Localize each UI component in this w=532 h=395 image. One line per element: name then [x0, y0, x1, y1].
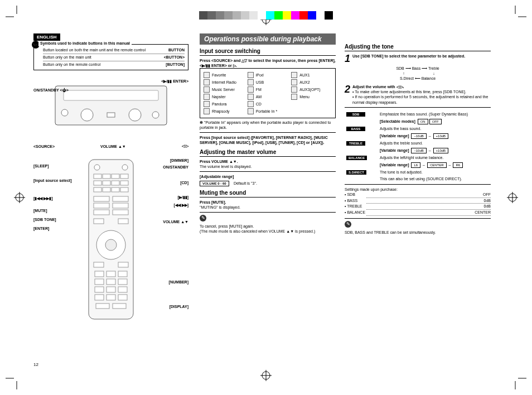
- source-cell: Menu: [291, 94, 332, 100]
- default-value: OFF: [366, 192, 491, 198]
- tone-badge: TREBLE: [346, 141, 365, 146]
- svg-rect-46: [94, 210, 109, 215]
- svg-rect-60: [95, 287, 104, 292]
- tone-desc: The tone is not adjusted.: [378, 169, 491, 176]
- muting-heading: Muting the sound: [200, 190, 336, 198]
- source-icon: [248, 86, 254, 93]
- source-label: Pandora: [212, 102, 226, 106]
- source-icon: [291, 79, 297, 85]
- color-swatch: [283, 11, 291, 20]
- remote-label-sleep: [SLEEP]: [33, 164, 49, 168]
- svg-rect-44: [94, 203, 109, 208]
- remote-figure: [SLEEP] [Input source select] [▮◀◀ ▶▶▮] …: [33, 158, 188, 326]
- source-icon: [204, 94, 210, 100]
- color-swatch: [224, 11, 233, 20]
- symbol-row-sym: BUTTON: [168, 47, 185, 53]
- source-label: CD: [256, 102, 262, 106]
- svg-rect-62: [118, 287, 127, 292]
- tone-desc: Emphasize the bass sound. (Super Dynamic…: [378, 111, 491, 118]
- source-label: AUX2: [299, 80, 309, 84]
- svg-rect-57: [95, 279, 104, 285]
- svg-point-23: [81, 109, 93, 121]
- tone-value: ON: [418, 119, 428, 124]
- tone-footer-note: SDB, BASS and TREBLE can be set simultan…: [345, 230, 491, 235]
- source-cell: Music Server: [204, 86, 244, 93]
- color-swatch: [233, 11, 241, 20]
- color-swatch: [299, 11, 308, 20]
- source-icon: [291, 94, 297, 100]
- crop-mark: [6, 6, 22, 22]
- tone-badge: S.DIRECT: [346, 170, 366, 175]
- color-swatch: [266, 11, 274, 20]
- svg-point-24: [129, 109, 141, 121]
- svg-rect-38: [94, 187, 101, 192]
- svg-rect-67: [113, 304, 126, 309]
- svg-rect-53: [118, 262, 128, 267]
- remote-label-sdb: [SDB TONE]: [33, 218, 56, 221]
- remote-label-volume: VOLUME ▲▼: [163, 220, 188, 224]
- remote-label-play: [▶/▮▮]: [177, 195, 188, 200]
- pencil-icon: ✎: [345, 221, 351, 228]
- section-banner: Operations possible during playback: [200, 33, 336, 45]
- svg-point-22: [61, 109, 68, 116]
- svg-rect-63: [95, 295, 104, 300]
- source-label: Portable In *: [256, 109, 278, 113]
- source-icon: [248, 79, 254, 85]
- svg-point-49: [105, 239, 117, 251]
- svg-rect-35: [103, 181, 110, 185]
- tone-desc: Adjusts the bass sound.: [378, 126, 491, 132]
- source-cell: Rhapsody: [204, 108, 244, 114]
- svg-rect-39: [103, 187, 110, 192]
- source-cell: USB: [248, 79, 288, 85]
- symbol-row-desc: Button only on the main unit: [43, 55, 91, 60]
- unit-label-volume: VOLUME ▲▼: [100, 144, 126, 148]
- default-value: 0dB: [366, 198, 491, 204]
- remote-icon: [86, 158, 136, 320]
- source-label: Internet Radio: [212, 80, 236, 84]
- tone-step2-note1: • To make other tone adjustments at this…: [352, 89, 491, 94]
- symbol-legend-box: ☞ Symbols used to indicate buttons in th…: [33, 44, 188, 70]
- svg-rect-45: [113, 203, 128, 208]
- source-label: Music Server: [212, 88, 235, 91]
- svg-rect-37: [120, 181, 128, 185]
- input-source-heading: Input source switching: [200, 48, 336, 56]
- tone-flow-diagram: SDB ⟶ Bass ⟶ Treble ↑ ↓S.Direct ⟵ Balanc…: [345, 66, 491, 81]
- remote-label-cd: [CD]: [180, 181, 188, 185]
- svg-rect-36: [112, 181, 119, 185]
- symbol-row-desc: Button located on both the main unit and…: [43, 47, 146, 53]
- crop-mark: [6, 373, 22, 389]
- color-swatch: [249, 11, 258, 20]
- input-source-press: Press <SOURCE> and △▽ to select the inpu…: [200, 58, 336, 68]
- defaults-list: SDBOFFBASS0dBTREBLE0dBBALANCECENTER: [345, 192, 491, 216]
- tone-step2-note2: • If no operation is performed for 5 sec…: [352, 94, 491, 104]
- color-swatch: [291, 11, 299, 20]
- svg-rect-56: [118, 271, 127, 277]
- remote-label-dimmer: [DIMMER]: [170, 158, 188, 162]
- source-cell: AM: [248, 94, 288, 100]
- default-key: SDB: [345, 192, 365, 198]
- source-icon: [204, 86, 210, 93]
- main-unit-figure: <▶/▮▮ ENTER> ON/STANDBY <⏻> <SOURCE> VOL…: [33, 80, 188, 147]
- tone-badge: BASS: [346, 127, 365, 131]
- tone-value: –10dB: [411, 133, 426, 139]
- tone-row: BASSAdjusts the bass sound.: [345, 126, 491, 132]
- source-label: USB: [256, 80, 264, 84]
- source-grid: FavoriteiPodAUX1Internet RadioUSBAUX2Mus…: [200, 68, 336, 118]
- color-bar: [199, 11, 333, 20]
- svg-point-29: [122, 165, 128, 170]
- tone-step2: Adjust the volume with ◁ ▷.: [352, 84, 491, 89]
- tone-subrow: [Selectable modes] ON OFF: [345, 118, 491, 126]
- defaults-heading: Settings made upon purchase:: [345, 187, 491, 192]
- language-tab: ENGLISH: [33, 33, 60, 41]
- remote-label-input: [Input source select]: [33, 179, 71, 182]
- registration-mark: [260, 370, 272, 381]
- tone-subrow: [Variable range] –10dB – +10dB: [345, 147, 491, 155]
- manual-page: ENGLISH ☞ Symbols used to indicate butto…: [33, 33, 499, 362]
- color-swatch: [274, 11, 283, 20]
- source-cell: Pandora: [204, 101, 244, 107]
- symbol-legend-heading: Symbols used to indicate buttons in this…: [38, 41, 132, 46]
- tone-row: BALANCEAdjusts the left/right volume bal…: [345, 155, 491, 161]
- color-swatch: [207, 11, 216, 20]
- svg-rect-33: [120, 174, 128, 179]
- source-label: AM: [256, 95, 262, 99]
